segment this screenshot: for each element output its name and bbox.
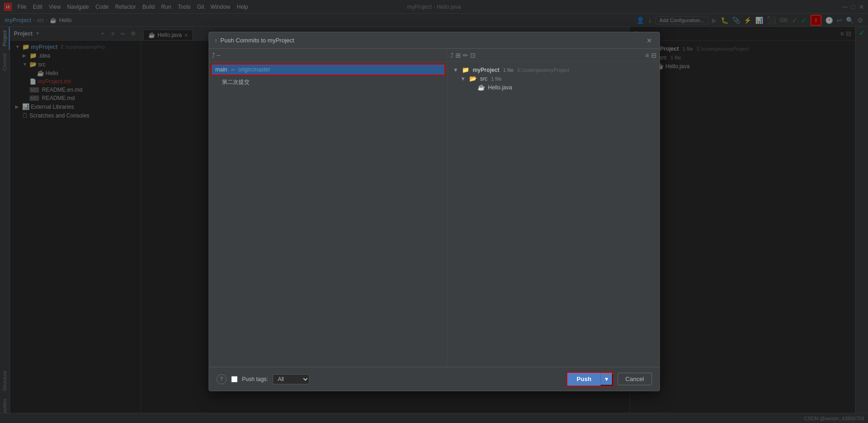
modal-right-split-icon[interactable]: ⊞	[455, 52, 461, 59]
modal-right-expand-icon[interactable]: ⊡	[470, 52, 476, 59]
help-icon-btn[interactable]: ?	[216, 374, 227, 384]
modal-left-panel: ⤴ ─ main → origin : master 第二次提交	[209, 49, 448, 367]
push-btn-container: Push ▼	[566, 372, 614, 387]
modal-right-tree-myproject[interactable]: ▼ 📁 myProject 1 file E:\code\java\myProj…	[451, 65, 656, 74]
modal-right-java-icon: ☕	[478, 84, 485, 91]
modal-right-sort-icon[interactable]: ≡	[645, 52, 649, 59]
modal-right-myproject-path: E:\code\java\myProject	[518, 67, 570, 73]
modal-right-tree-hello-java[interactable]: ▶ ☕ Hello.java	[451, 83, 656, 92]
push-branch-master[interactable]: master	[253, 66, 270, 73]
modal-right-chevron-myproject: ▼	[453, 67, 459, 73]
cancel-btn[interactable]: Cancel	[618, 373, 652, 385]
modal-nav-back-icon[interactable]: ⤴	[212, 52, 215, 59]
push-tags-dropdown[interactable]: All	[273, 374, 309, 384]
modal-footer: ? Push tags: All Push ▼ Cancel	[209, 367, 659, 391]
modal-left-toolbar: ⤴ ─	[209, 49, 447, 62]
modal-push-icon: ↑	[215, 37, 218, 44]
push-commit-row[interactable]: 第二次提交	[211, 76, 445, 88]
modal-right-content: ▼ 📁 myProject 1 file E:\code\java\myProj…	[448, 62, 659, 367]
modal-right-tree-src[interactable]: ▼ 📂 src 1 file	[451, 74, 656, 83]
modal-right-panel: ⤴ ⊞ ✏ ⊡ ≡ ⊟ ▼ 📁 myProject 1 file E:\code…	[448, 49, 659, 367]
modal-footer-right: Push ▼ Cancel	[566, 372, 652, 387]
push-branch-local: main	[216, 66, 227, 73]
modal-expand-icon[interactable]: ─	[217, 52, 221, 59]
modal-right-myproject-info: 1 file	[503, 67, 513, 73]
push-tags-checkbox[interactable]	[231, 376, 238, 382]
modal-right-src-label: src	[480, 76, 487, 82]
modal-right-nav-icon[interactable]: ⤴	[450, 52, 454, 59]
push-commits-modal: ↑ Push Commits to myProject ✕ ⤴ ─ main →…	[209, 32, 660, 391]
modal-overlay: ↑ Push Commits to myProject ✕ ⤴ ─ main →…	[0, 0, 868, 423]
push-commit-message: 第二次提交	[222, 79, 250, 85]
push-tags-label: Push tags:	[242, 376, 268, 382]
modal-right-toolbar: ⤴ ⊞ ✏ ⊡ ≡ ⊟	[448, 49, 659, 62]
modal-right-folder-src: 📂	[469, 75, 477, 82]
modal-right-edit-icon[interactable]: ✏	[463, 52, 468, 59]
modal-title-bar: ↑ Push Commits to myProject ✕	[209, 32, 659, 49]
push-branch-origin[interactable]: origin	[239, 66, 252, 73]
modal-right-hello-java: Hello.java	[488, 84, 513, 91]
modal-title: Push Commits to myProject	[221, 37, 294, 44]
modal-right-chevron-src: ▼	[460, 76, 466, 82]
push-branch-row[interactable]: main → origin : master	[211, 64, 445, 76]
modal-right-folder-myproject: 📁	[462, 66, 469, 73]
modal-left-content: main → origin : master 第二次提交	[209, 62, 447, 367]
push-main-btn[interactable]: Push	[567, 373, 600, 386]
modal-body: ⤴ ─ main → origin : master 第二次提交	[209, 49, 659, 367]
modal-close-btn[interactable]: ✕	[645, 36, 654, 45]
modal-right-myproject-label: myProject	[472, 67, 499, 73]
push-branch-arrow: →	[230, 66, 236, 73]
modal-right-src-info: 1 file	[491, 76, 501, 82]
push-dropdown-btn[interactable]: ▼	[600, 373, 613, 386]
modal-right-filter-icon[interactable]: ⊟	[651, 52, 657, 59]
